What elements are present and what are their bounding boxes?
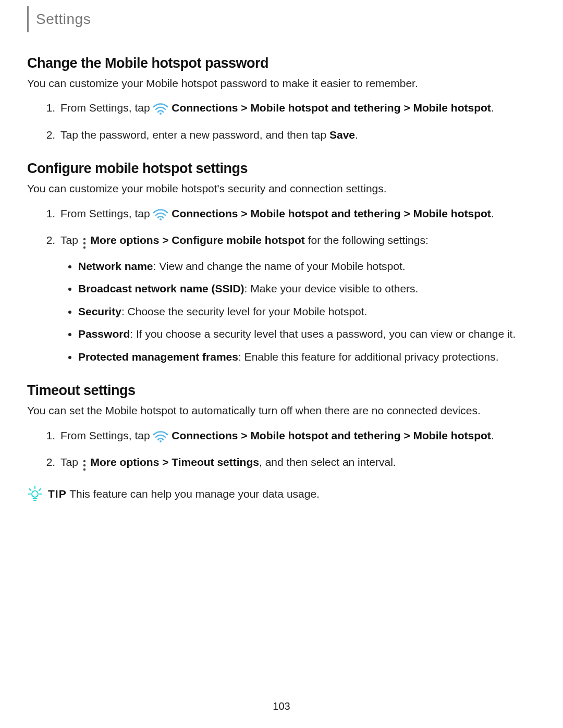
svg-point-5 bbox=[160, 440, 162, 442]
wifi-icon bbox=[153, 208, 168, 225]
svg-line-12 bbox=[39, 489, 41, 490]
steps-list: From Settings, tap Connections > Mobile … bbox=[27, 100, 536, 143]
text: Tap bbox=[60, 234, 81, 246]
list-item: Network name: View and change the name o… bbox=[78, 258, 536, 275]
steps-list: From Settings, tap Connections > Mobile … bbox=[27, 205, 536, 365]
text: for the following settings: bbox=[308, 234, 429, 246]
nav-sep: > bbox=[162, 456, 172, 468]
nav-mobile-hotspot: Mobile hotspot bbox=[413, 207, 491, 219]
more-options-icon bbox=[81, 457, 88, 474]
option-text: : Choose the security level for your Mob… bbox=[121, 305, 368, 317]
text: , and then select an interval. bbox=[259, 456, 396, 468]
option-label: Password bbox=[78, 328, 130, 340]
nav-hotspot-tethering: Mobile hotspot and tethering bbox=[250, 429, 400, 441]
svg-point-2 bbox=[83, 238, 85, 240]
section-title-configure: Configure mobile hotspot settings bbox=[27, 161, 536, 177]
list-item: Protected management frames: Enable this… bbox=[78, 349, 536, 365]
page-number: 103 bbox=[0, 700, 563, 712]
nav-sep: > bbox=[241, 429, 250, 441]
nav-mobile-hotspot: Mobile hotspot bbox=[413, 102, 491, 114]
nav-sep: > bbox=[241, 207, 250, 219]
nav-connections: Connections bbox=[172, 207, 238, 219]
step-item: Tap More options > Configure mobile hots… bbox=[58, 232, 536, 365]
nav-sep: > bbox=[162, 234, 172, 246]
list-item: Password: If you choose a security level… bbox=[78, 326, 536, 342]
nav-sep: > bbox=[403, 102, 413, 114]
svg-point-9 bbox=[32, 491, 38, 497]
options-list: Network name: View and change the name o… bbox=[60, 258, 536, 365]
list-item: Security: Choose the security level for … bbox=[78, 303, 536, 320]
text: Tap the password, enter a new password, … bbox=[60, 129, 329, 141]
nav-hotspot-tethering: Mobile hotspot and tethering bbox=[250, 102, 400, 114]
option-label: Broadcast network name (SSID) bbox=[78, 282, 244, 294]
option-label: Protected management frames bbox=[78, 351, 238, 363]
step-item: From Settings, tap Connections > Mobile … bbox=[58, 100, 536, 119]
section-intro: You can customize your mobile hotspot's … bbox=[27, 181, 536, 196]
text: . bbox=[491, 102, 494, 114]
text: . bbox=[355, 129, 358, 141]
step-item: Tap More options > Timeout settings, and… bbox=[58, 454, 536, 474]
text: . bbox=[491, 429, 494, 441]
section-title-change-password: Change the Mobile hotspot password bbox=[27, 55, 536, 71]
text: From Settings, tap bbox=[60, 429, 153, 441]
section-title-timeout: Timeout settings bbox=[27, 382, 536, 399]
nav-connections: Connections bbox=[172, 429, 238, 441]
section-intro: You can set the Mobile hotspot to automa… bbox=[27, 403, 536, 418]
option-text: : View and change the name of your Mobil… bbox=[153, 260, 406, 272]
timeout-settings-label: Timeout settings bbox=[172, 456, 259, 468]
step-item: Tap the password, enter a new password, … bbox=[58, 127, 536, 143]
section-intro: You can customize your Mobile hotspot pa… bbox=[27, 76, 536, 91]
configure-hotspot-label: Configure mobile hotspot bbox=[172, 234, 304, 246]
wifi-icon bbox=[153, 430, 168, 447]
svg-point-4 bbox=[83, 246, 85, 249]
lightbulb-icon bbox=[27, 485, 48, 503]
nav-sep: > bbox=[403, 207, 413, 219]
svg-point-8 bbox=[83, 468, 85, 471]
option-text: : Enable this feature for additional pri… bbox=[238, 351, 499, 363]
step-item: From Settings, tap Connections > Mobile … bbox=[58, 427, 536, 447]
breadcrumb: Settings bbox=[36, 11, 91, 28]
nav-hotspot-tethering: Mobile hotspot and tethering bbox=[250, 207, 400, 219]
svg-point-3 bbox=[83, 242, 85, 244]
more-options-label: More options bbox=[91, 234, 160, 246]
steps-list: From Settings, tap Connections > Mobile … bbox=[27, 427, 536, 474]
nav-connections: Connections bbox=[172, 102, 238, 114]
tip-label: TIP bbox=[48, 488, 67, 500]
option-label: Security bbox=[78, 305, 121, 317]
option-text: : Make your device visible to others. bbox=[244, 282, 419, 294]
svg-point-0 bbox=[160, 113, 162, 115]
more-options-icon bbox=[81, 235, 88, 252]
page-header: Settings bbox=[27, 0, 536, 38]
text: Tap bbox=[60, 456, 81, 468]
nav-sep: > bbox=[241, 102, 250, 114]
option-text: : If you choose a security level that us… bbox=[130, 328, 516, 340]
wifi-icon bbox=[153, 102, 168, 119]
svg-line-11 bbox=[29, 489, 31, 490]
option-label: Network name bbox=[78, 260, 153, 272]
nav-sep: > bbox=[403, 429, 413, 441]
tip-callout: TIP This feature can help you manage you… bbox=[27, 485, 536, 503]
svg-point-1 bbox=[160, 218, 162, 220]
nav-mobile-hotspot: Mobile hotspot bbox=[413, 429, 491, 441]
text: From Settings, tap bbox=[60, 102, 153, 114]
text: . bbox=[491, 207, 494, 219]
save-label: Save bbox=[329, 129, 355, 141]
step-item: From Settings, tap Connections > Mobile … bbox=[58, 205, 536, 225]
tip-text: This feature can help you manage your da… bbox=[67, 488, 320, 500]
svg-point-6 bbox=[83, 460, 85, 462]
more-options-label: More options bbox=[91, 456, 160, 468]
text: From Settings, tap bbox=[60, 207, 153, 219]
svg-point-7 bbox=[83, 464, 85, 466]
list-item: Broadcast network name (SSID): Make your… bbox=[78, 280, 536, 297]
